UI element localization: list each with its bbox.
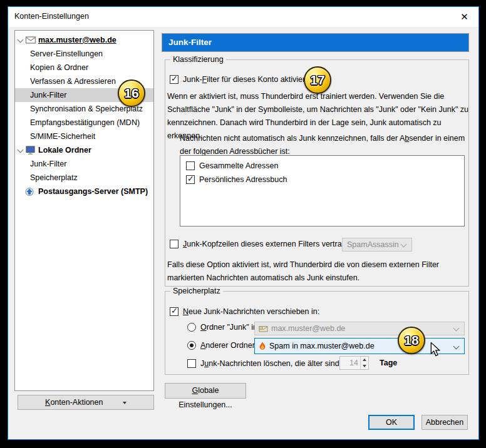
addressbook-item-collected[interactable]: Gesammelte Adressen: [180, 159, 464, 173]
days-unit-label: Tage: [380, 359, 397, 367]
other-folder-row: Anderer Ordner:: [187, 341, 257, 350]
external-filter-select[interactable]: SpamAssassin: [342, 238, 412, 252]
enable-junk-label: Junk-Filter für dieses Konto aktivieren: [183, 75, 314, 84]
titlebar: Konten-Einstellungen ✕: [8, 7, 478, 27]
collected-addresses-label: Gesammelte Adressen: [199, 161, 278, 170]
other-folder-value: Spam in max.muster@web.de: [269, 342, 375, 350]
mouse-cursor: [429, 342, 442, 357]
move-junk-checkbox[interactable]: [170, 307, 178, 316]
storage-group-label: Speicherplatz: [170, 287, 223, 295]
addressbook-item-personal[interactable]: Persönliches Adressbuch: [180, 173, 464, 186]
sidebar-item-junk-filter-local[interactable]: Junk-Filter: [15, 157, 153, 171]
ok-button[interactable]: OK: [368, 415, 415, 430]
mail-account-icon: [25, 36, 36, 44]
personal-addressbook-label: Persönliches Adressbuch: [199, 175, 287, 184]
addressbook-list: Gesammelte Adressen Persönliches Adressb…: [180, 155, 465, 227]
global-settings-button[interactable]: Globale Einstellungen...: [165, 383, 246, 399]
step-badge-16: 16: [118, 79, 145, 107]
classification-group-label: Klassifizierung: [170, 55, 226, 64]
other-folder-label: Anderer Ordner:: [200, 341, 257, 350]
sidebar-item-copies-folders[interactable]: Kopien & Ordner: [15, 61, 153, 74]
dropdown-caret-icon: [123, 402, 127, 404]
days-value: 14: [340, 359, 360, 367]
junk-folder-value: max.muster@web.de: [271, 324, 345, 333]
twisty-collapse-icon[interactable]: [17, 146, 24, 154]
spin-up-icon[interactable]: [361, 357, 368, 363]
delete-junk-label: Junk-Nachrichten löschen, die älter sind…: [200, 359, 351, 368]
sidebar-item-smime[interactable]: S/MIME-Sicherheit: [15, 130, 153, 143]
move-junk-row: Neue Junk-Nachrichten verschieben in:: [170, 307, 319, 316]
chevron-down-icon: [453, 325, 460, 332]
sidebar-item-disk-space[interactable]: Speicherplatz: [15, 171, 153, 185]
chevron-down-icon: [453, 344, 460, 350]
step-badge-17: 17: [304, 66, 331, 94]
junk-folder-row: Ordner "Junk" in:: [187, 323, 259, 332]
sidebar-item-account[interactable]: max.muster@web.de: [15, 33, 153, 47]
account-actions-button[interactable]: Konten-Aktionen: [18, 395, 154, 410]
panel-header: Junk-Filter: [162, 33, 469, 52]
enable-junk-row: Junk-Filter für dieses Konto aktivieren: [170, 75, 314, 84]
close-icon[interactable]: ✕: [450, 7, 478, 26]
account-actions-label: Konten-Aktionen: [45, 398, 103, 407]
junk-folder-label: Ordner "Junk" in:: [200, 323, 259, 332]
chevron-down-icon: [401, 242, 407, 248]
collected-addresses-checkbox[interactable]: [186, 161, 195, 170]
sidebar-item-smtp-server[interactable]: Postausgangs-Server (SMTP): [15, 185, 153, 198]
personal-addressbook-checkbox[interactable]: [186, 175, 195, 184]
account-envelope-icon: [259, 325, 268, 332]
sidebar-item-label: Lokale Ordner: [38, 146, 91, 155]
trust-headers-checkbox[interactable]: [170, 240, 178, 248]
window-title: Konten-Einstellungen: [14, 12, 89, 21]
account-settings-dialog: Konten-Einstellungen ✕ max.muster@web.de…: [8, 6, 479, 440]
spam-flame-icon: [259, 342, 266, 351]
move-junk-label: Neue Junk-Nachrichten verschieben in:: [183, 307, 319, 316]
junk-folder-radio[interactable]: [187, 323, 196, 332]
external-filter-value: SpamAssassin: [347, 240, 399, 249]
smtp-server-icon: [24, 187, 35, 196]
other-folder-radio[interactable]: [187, 341, 196, 350]
sidebar-item-local-folders[interactable]: Lokale Ordner: [15, 143, 153, 157]
enable-junk-checkbox[interactable]: [170, 75, 178, 84]
local-folders-icon: [25, 146, 36, 155]
whitelist-label: Nachrichten nicht automatisch als Junk k…: [180, 132, 469, 158]
external-filter-row: Junk-Kopfzeilen dieses externen Filters …: [170, 240, 357, 248]
spin-down-icon[interactable]: [361, 363, 368, 369]
trust-headers-label: Junk-Kopfzeilen dieses externen Filters …: [183, 240, 357, 248]
sidebar-item-server-settings[interactable]: Server-Einstellungen: [15, 47, 153, 61]
sidebar-item-label: max.muster@web.de: [38, 36, 116, 44]
sidebar-item-return-receipts[interactable]: Empfangsbestätigungen (MDN): [15, 116, 153, 130]
sidebar-item-label: Postausgangs-Server (SMTP): [38, 187, 148, 196]
external-filter-description: Falls diese Option aktiviert ist, wird T…: [167, 258, 469, 285]
cancel-button[interactable]: Abbrechen: [421, 415, 468, 430]
page-title: Junk-Filter: [168, 38, 212, 47]
delete-junk-row: Junk-Nachrichten löschen, die älter sind…: [187, 359, 351, 368]
step-badge-18: 18: [398, 327, 425, 354]
days-spinner[interactable]: 14: [339, 356, 369, 370]
global-settings-label: Globale Einstellungen...: [178, 386, 232, 409]
delete-junk-checkbox[interactable]: [187, 359, 196, 368]
junk-folder-select[interactable]: max.muster@web.de: [254, 322, 465, 335]
twisty-collapse-icon[interactable]: [17, 36, 24, 44]
